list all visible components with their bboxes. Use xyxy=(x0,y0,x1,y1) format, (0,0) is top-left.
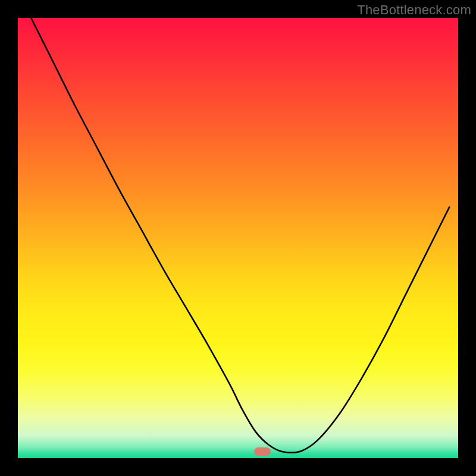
bottleneck-curve xyxy=(18,18,458,458)
chart-frame: TheBottleneck.com xyxy=(0,0,476,476)
plot-area xyxy=(18,18,458,458)
optimal-marker xyxy=(254,447,271,456)
watermark-text: TheBottleneck.com xyxy=(357,2,471,18)
